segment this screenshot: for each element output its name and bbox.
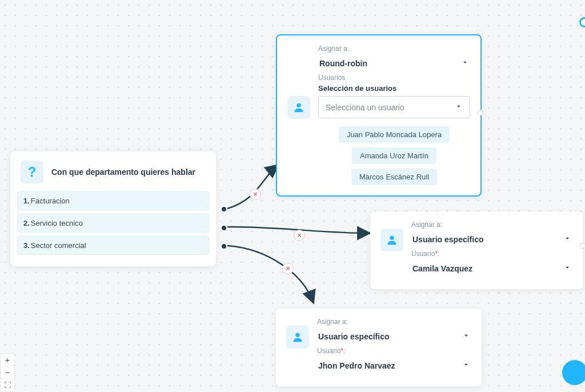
question-icon: ? <box>21 161 43 183</box>
user-label: Usuario*: <box>317 347 471 355</box>
remove-connection-button[interactable]: × <box>282 263 294 274</box>
option-number: 1. <box>23 197 30 205</box>
assign-type-select[interactable]: Usuario específico <box>411 231 572 250</box>
user-chip[interactable]: Marcos Escánez Rull <box>351 169 437 185</box>
chevron-down-icon <box>563 234 571 244</box>
zoom-fit-button[interactable]: ⛶ <box>1 379 14 391</box>
assign-type-select[interactable]: Usuario específico <box>317 328 471 347</box>
edge-indicator <box>579 17 585 27</box>
users-sublabel: Selección de usuarios <box>318 84 470 93</box>
chevron-down-icon <box>455 102 463 112</box>
option-list: 1. Facturacion 2. Servicio tecnico 3. Se… <box>10 191 216 266</box>
user-icon <box>380 229 403 251</box>
assign-type-select[interactable]: Round-robin <box>318 55 470 74</box>
output-connector[interactable] <box>478 110 483 115</box>
assign-type-value: Round-robin <box>319 59 367 68</box>
option-label: Servicio tecnico <box>31 219 83 227</box>
option-number: 3. <box>23 241 30 250</box>
connector-dot[interactable] <box>221 243 227 250</box>
zoom-controls: + − ⛶ <box>0 353 15 392</box>
zoom-in-button[interactable]: + <box>1 354 14 366</box>
option-item[interactable]: 1. Facturacion <box>17 191 209 210</box>
chevron-down-icon <box>461 58 469 68</box>
user-value: Camila Vazquez <box>412 264 472 273</box>
zoom-out-button[interactable]: − <box>1 366 14 379</box>
dropdown-placeholder: Selecciona un usuario <box>326 103 404 112</box>
user-value: Jhon Pedro Narvaez <box>318 361 395 370</box>
users-label: Usuarios <box>318 74 470 82</box>
chevron-down-icon <box>462 361 470 370</box>
option-number: 2. <box>23 219 30 227</box>
option-item[interactable]: 2. Servicio tecnico <box>17 214 209 233</box>
assign-node-specific-1[interactable]: Asignar a: Usuario específico Usuario*: … <box>370 211 583 289</box>
assign-node-roundrobin[interactable]: Asignar a: Round-robin Usuarios Selecció… <box>276 34 482 197</box>
user-icon <box>287 96 310 119</box>
option-label: Facturacion <box>31 197 70 205</box>
question-title: Con que departamento quieres hablar <box>51 167 195 177</box>
assign-label: Asignar a: <box>411 221 572 229</box>
connector-dot[interactable] <box>221 225 227 231</box>
assign-type-value: Usuario específico <box>318 332 390 341</box>
user-chip[interactable]: Juan Pablo Moncada Lopera <box>339 126 450 143</box>
question-header: ? Con que departamento quieres hablar <box>10 151 216 191</box>
assign-node-specific-2[interactable]: Asignar a: Usuario específico Usuario*: … <box>276 309 482 386</box>
option-label: Sector comercial <box>31 241 86 250</box>
chevron-down-icon <box>563 263 571 273</box>
connector-dot[interactable] <box>221 206 227 213</box>
assign-type-value: Usuario específico <box>412 235 484 244</box>
user-icon <box>286 326 309 349</box>
question-node[interactable]: ? Con que departamento quieres hablar 1.… <box>10 151 216 266</box>
chevron-down-icon <box>462 331 470 341</box>
user-select[interactable]: Jhon Pedro Narvaez <box>317 357 471 376</box>
help-fab[interactable] <box>562 360 585 385</box>
assign-label: Asignar a: <box>318 45 470 53</box>
user-select-dropdown[interactable]: Selecciona un usuario <box>318 96 470 118</box>
output-connector[interactable] <box>580 243 585 249</box>
remove-connection-button[interactable]: × <box>294 230 305 241</box>
selected-users-chips: Juan Pablo Moncada Lopera Amanda Uroz Ma… <box>318 126 470 185</box>
user-label: Usuario*: <box>411 250 572 258</box>
assign-label: Asignar a: <box>317 318 471 326</box>
user-chip[interactable]: Amanda Uroz Martín <box>352 147 436 164</box>
svg-point-0 <box>296 103 300 107</box>
svg-point-2 <box>295 333 299 337</box>
svg-point-1 <box>390 236 394 240</box>
remove-connection-button[interactable]: × <box>250 189 261 200</box>
option-item[interactable]: 3. Sector comercial <box>17 236 209 255</box>
user-select[interactable]: Camila Vazquez <box>411 260 572 279</box>
